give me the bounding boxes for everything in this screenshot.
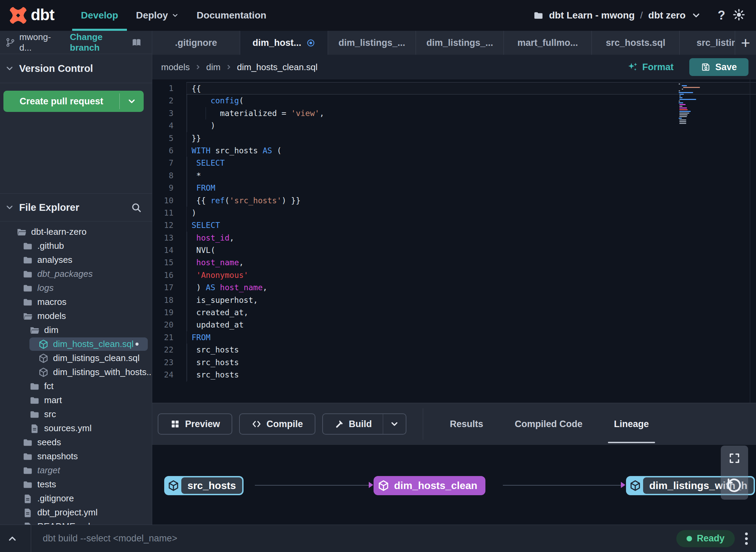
create-pr-button[interactable]: Create pull request	[3, 91, 119, 112]
file-explorer-header[interactable]: File Explorer	[0, 193, 152, 221]
search-icon[interactable]	[131, 202, 142, 213]
tree-item[interactable]: macros	[0, 295, 152, 309]
tab-lineage[interactable]: Lineage	[598, 403, 665, 445]
code-line[interactable]: 6WITH src_hosts AS (	[152, 144, 756, 157]
refresh-icon[interactable]	[727, 477, 742, 493]
code-line[interactable]: 4 )	[152, 119, 756, 132]
code-line[interactable]: 3 materialized = 'view',	[152, 107, 756, 119]
nav-documentation[interactable]: Documentation	[188, 0, 275, 31]
code-line[interactable]: 24 src_hosts	[152, 369, 756, 381]
code-line[interactable]: 12SELECT	[152, 219, 756, 231]
version-control-header[interactable]: Version Control	[0, 54, 152, 83]
expand-command-bar-button[interactable]	[0, 533, 25, 544]
editor-tab[interactable]: dim_listings_...	[328, 31, 416, 55]
tree-item[interactable]: README.md	[0, 519, 152, 525]
status-bar-divider	[31, 525, 31, 552]
tab-results[interactable]: Results	[434, 403, 499, 445]
tree-item[interactable]: src	[0, 407, 152, 421]
tree-item[interactable]: sources.yml	[0, 421, 152, 435]
tree-item[interactable]: logs	[0, 281, 152, 295]
tree-item[interactable]: snapshots	[0, 449, 152, 463]
breadcrumb-models[interactable]: models	[161, 62, 190, 73]
tree-item[interactable]: tests	[0, 477, 152, 491]
main-pane: .gitignoredim_host...dim_listings_...dim…	[152, 31, 756, 525]
code-line[interactable]: 5}}	[152, 132, 756, 144]
build-button[interactable]: Build	[323, 414, 383, 434]
line-number: 1	[152, 82, 186, 94]
editor-tab[interactable]: dim_host...	[240, 31, 328, 55]
docs-book-icon[interactable]	[131, 37, 142, 48]
code-line[interactable]: 16 'Anonymous'	[152, 269, 756, 281]
tree-item[interactable]: dim_listings_with_hosts...	[0, 365, 152, 379]
tree-item[interactable]: dim_listings_clean.sql	[0, 351, 152, 365]
lineage-edge	[255, 485, 369, 486]
kebab-menu-icon[interactable]	[744, 531, 749, 546]
project-name: dbt zero	[648, 10, 686, 21]
code-line[interactable]: 1{{	[152, 82, 756, 94]
code-line[interactable]: 14 NVL(	[152, 244, 756, 256]
code-text: is_superhost,	[186, 294, 756, 306]
code-line[interactable]: 21FROM	[152, 331, 756, 344]
lineage-node-dim-hosts-clean[interactable]: dim_hosts_clean	[374, 476, 485, 495]
tab-label: dim_host...	[252, 38, 301, 48]
tree-item[interactable]: seeds	[0, 435, 152, 449]
project-picker[interactable]: dbt Learn - mwong / dbt zero	[533, 10, 701, 21]
tree-item[interactable]: dbt_packages	[0, 267, 152, 281]
code-line[interactable]: 17 ) AS host_name,	[152, 281, 756, 294]
code-line[interactable]: 15 host_name,	[152, 256, 756, 269]
editor-tab[interactable]: mart_fullmo...	[504, 31, 592, 55]
editor-tab[interactable]: .gitignore	[152, 31, 240, 55]
editor-tab[interactable]: src_hosts.sql	[592, 31, 680, 55]
tree-item[interactable]: dim	[0, 323, 152, 337]
version-control-title: Version Control	[19, 63, 93, 74]
code-line[interactable]: 8 *	[152, 169, 756, 182]
code-line[interactable]: 19 created_at,	[152, 306, 756, 319]
line-number: 6	[152, 144, 186, 157]
dbt-logo-icon[interactable]	[9, 6, 27, 25]
tree-item[interactable]: .gitignore	[0, 491, 152, 505]
nav-deploy[interactable]: Deploy	[127, 0, 187, 31]
code-line[interactable]: 23 src_hosts	[152, 356, 756, 369]
format-button[interactable]: Format	[627, 62, 674, 73]
help-icon[interactable]: ?	[718, 8, 725, 23]
code-line[interactable]: 13 host_id,	[152, 232, 756, 244]
code-line[interactable]: 20 updated_at	[152, 319, 756, 331]
compile-button[interactable]: Compile	[239, 413, 315, 435]
tree-item[interactable]: dbt-learn-zero	[0, 225, 152, 239]
tree-item[interactable]: fct	[0, 379, 152, 393]
code-editor[interactable]: 1{{2 config(3 materialized = 'view',4 )5…	[152, 79, 756, 403]
editor-tab[interactable]: dim_listings_...	[416, 31, 504, 55]
tree-item[interactable]: .github	[0, 239, 152, 253]
code-line[interactable]: 2 config(	[152, 94, 756, 107]
tab-compiled-code[interactable]: Compiled Code	[499, 403, 598, 445]
nav-develop[interactable]: Develop	[72, 0, 127, 31]
new-tab-button[interactable]: +	[735, 31, 756, 55]
tree-item[interactable]: dbt_project.yml	[0, 505, 152, 519]
tree-item[interactable]: mart	[0, 393, 152, 407]
editor-minimap[interactable]	[679, 84, 701, 125]
preview-button[interactable]: Preview	[158, 413, 232, 435]
tree-item-label: snapshots	[37, 451, 78, 462]
tree-item[interactable]: analyses	[0, 253, 152, 267]
code-line[interactable]: 22 src_hosts	[152, 344, 756, 356]
change-branch-link[interactable]: Change branch	[70, 32, 131, 53]
code-line[interactable]: 18 is_superhost,	[152, 294, 756, 306]
lineage-node-src-hosts[interactable]: src_hosts	[164, 476, 244, 495]
code-line[interactable]: 7 SELECT	[152, 157, 756, 169]
tree-item[interactable]: target	[0, 463, 152, 477]
save-button[interactable]: Save	[689, 58, 748, 76]
code-line[interactable]: 9 FROM	[152, 182, 756, 194]
model-cube-icon	[627, 480, 643, 491]
fullscreen-icon[interactable]	[728, 452, 741, 464]
create-pr-dropdown[interactable]	[120, 91, 144, 112]
code-line[interactable]: 10 {{ ref('src_hosts') }}	[152, 194, 756, 207]
breadcrumb-dim[interactable]: dim	[206, 62, 221, 73]
lineage-panel[interactable]: src_hosts dim_hosts_clean dim_listings_w…	[152, 445, 756, 525]
build-dropdown[interactable]	[383, 414, 406, 434]
code-line[interactable]: 11)	[152, 207, 756, 219]
tree-item[interactable]: dim_hosts_clean.sql	[0, 337, 152, 351]
tree-item[interactable]: models	[0, 309, 152, 323]
command-input[interactable]: dbt build --select <model_name>	[43, 533, 177, 544]
gear-icon[interactable]	[733, 9, 745, 22]
line-number: 9	[152, 182, 186, 194]
